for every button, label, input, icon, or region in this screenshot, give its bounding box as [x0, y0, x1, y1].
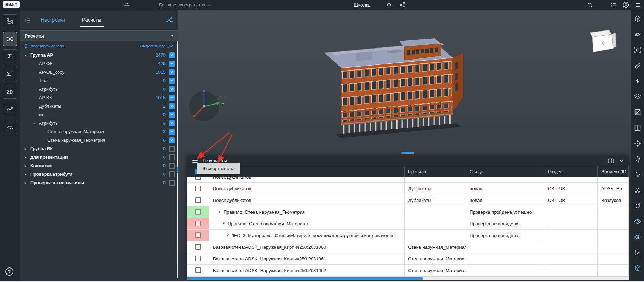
panel-resize-handle[interactable]: [401, 152, 414, 154]
tree-item[interactable]: вк0: [20, 111, 178, 119]
tree-item-checkbox[interactable]: [169, 103, 175, 109]
tree-item-checkbox[interactable]: [169, 171, 175, 177]
tree-item-checkbox[interactable]: [169, 61, 175, 67]
columns-icon[interactable]: [608, 158, 614, 163]
results-menu-icon[interactable]: [192, 158, 198, 164]
clash-lightning-icon[interactable]: [634, 77, 641, 85]
sum-add-tool-icon[interactable]: Σ+: [3, 67, 17, 81]
isolate-icon[interactable]: [634, 249, 641, 256]
magnet-icon[interactable]: [634, 202, 641, 209]
section-cut-icon[interactable]: [634, 186, 641, 194]
column-element[interactable]: Элемент (ID: [598, 166, 629, 177]
user-avatar-icon[interactable]: [621, 0, 631, 10]
caret-icon[interactable]: ▸: [25, 181, 30, 185]
rules-shuffle-tool-icon[interactable]: [3, 32, 17, 46]
caret-icon[interactable]: ▸: [25, 147, 30, 151]
tree-item-checkbox[interactable]: [169, 146, 175, 152]
row-checkbox[interactable]: [195, 267, 201, 273]
main-menu-icon[interactable]: [633, 0, 643, 10]
row-checkbox[interactable]: [195, 244, 201, 250]
panel-scrollbar[interactable]: [177, 41, 178, 278]
row-checkbox[interactable]: [195, 209, 201, 215]
table-row[interactable]: Базовая стена:ADSK_Наружная_Кирпич250:20…: [187, 253, 629, 265]
caret-icon[interactable]: ▸: [25, 164, 30, 168]
tab-settings[interactable]: Настройки: [41, 17, 65, 23]
space-selector[interactable]: Базовое пространство ▾: [159, 0, 210, 10]
table-row[interactable]: Поиск дубликатов Дубликаты новая ОВ - ОВ…: [187, 183, 629, 194]
search-icon[interactable]: [585, 0, 595, 10]
caret-icon[interactable]: ▾: [25, 53, 30, 57]
tree-item-checkbox[interactable]: [169, 69, 175, 75]
caret-icon[interactable]: ▾: [33, 122, 39, 125]
default-view-cube-icon[interactable]: [634, 15, 641, 22]
model-tree-tool-icon[interactable]: [3, 14, 17, 28]
sum-tool-icon[interactable]: Σ: [3, 49, 17, 63]
column-rule[interactable]: Правило: [405, 166, 466, 177]
share-icon[interactable]: [398, 0, 407, 10]
table-row[interactable]: Поиск дубликатов Дубликаты новая ОВ - ОВ…: [187, 194, 629, 206]
2d-view-tool-icon[interactable]: 2D: [3, 85, 17, 99]
tree-item-checkbox[interactable]: [169, 180, 175, 186]
layers-icon[interactable]: [634, 93, 641, 100]
table-row[interactable]: ▼'IFC_3_Материалы_Стены/Материал несущих…: [187, 230, 629, 241]
tree-item[interactable]: Стена наружная_Геометрия6: [20, 136, 178, 145]
row-caret-icon[interactable]: ▲: [218, 210, 221, 214]
tree-item-checkbox[interactable]: [169, 78, 175, 84]
tree-item[interactable]: Тест0: [20, 77, 178, 85]
tree-item[interactable]: Атрибуты0: [20, 85, 178, 94]
fit-view-icon[interactable]: [634, 46, 641, 53]
row-caret-icon[interactable]: ▼: [222, 222, 225, 225]
scrollbar-thumb[interactable]: [187, 277, 423, 280]
tree-item[interactable]: ▾Группа АР2470: [20, 51, 178, 60]
tree-item[interactable]: ▸Группа ВК0: [20, 145, 178, 153]
expand-tree-link[interactable]: Развернуть дерево: [24, 44, 64, 49]
caret-icon[interactable]: ▸: [25, 173, 30, 176]
visibility-off-eye-icon[interactable]: [634, 233, 641, 241]
tree-item[interactable]: ▸Проверка атрибута0: [20, 170, 178, 179]
transparency-cube-icon[interactable]: [634, 264, 641, 272]
orbit-icon[interactable]: [634, 30, 641, 38]
horizontal-scrollbar[interactable]: [187, 276, 629, 280]
collapse-panel-chevron-icon[interactable]: [620, 159, 624, 162]
tree-item-checkbox[interactable]: [169, 86, 175, 92]
section-plane-icon[interactable]: [634, 108, 641, 116]
tree-item-checkbox[interactable]: [169, 154, 175, 160]
tree-item[interactable]: ▾Атрибуты9: [20, 119, 178, 128]
select-all-link[interactable]: Выделить всё: [140, 44, 173, 48]
task-list-icon[interactable]: [609, 0, 619, 10]
ruler-icon[interactable]: [634, 62, 641, 69]
table-row[interactable]: ▼Правило: Стена наружная_Материал Провер…: [187, 218, 629, 230]
tab-calculations[interactable]: Расчеты: [82, 17, 101, 23]
map-pin-icon[interactable]: [634, 155, 641, 163]
tree-item[interactable]: АР-ОВ_copy1015: [20, 68, 178, 77]
row-checkbox[interactable]: [195, 221, 201, 226]
tree-item-checkbox[interactable]: [169, 120, 175, 126]
table-row[interactable]: Базовая стена:ADSK_Наружная_Кирпич250:20…: [187, 241, 629, 253]
viewport-3d[interactable]: Y Справа: [178, 10, 631, 281]
table-row[interactable]: ▲Правило: Стена наружная_Геометрия Прове…: [187, 206, 629, 218]
tree-item-checkbox[interactable]: [169, 52, 175, 58]
table-row-partial[interactable]: Поиск дубликатов: [187, 177, 629, 183]
row-checkbox[interactable]: [195, 186, 201, 191]
tree-item[interactable]: АР-ОВ429: [20, 60, 178, 68]
row-caret-icon[interactable]: ▼: [226, 233, 230, 237]
tree-item-checkbox[interactable]: [169, 95, 175, 101]
row-checkbox[interactable]: [195, 197, 201, 203]
row-checkbox[interactable]: [195, 256, 201, 261]
chart-tool-icon[interactable]: [3, 102, 17, 116]
tree-item[interactable]: Дубликаты2: [20, 102, 178, 111]
calculations-section-header[interactable]: Расчеты ▾: [20, 30, 178, 41]
tree-item[interactable]: ▸для презентации0: [20, 153, 178, 162]
select-cursor-icon[interactable]: [634, 171, 641, 178]
app-logo[interactable]: BiMiT: [3, 1, 20, 8]
row-checkbox[interactable]: [195, 177, 201, 180]
collapse-panel-icon[interactable]: [25, 18, 30, 24]
tree-item-checkbox[interactable]: [169, 112, 175, 118]
visibility-eye-icon[interactable]: [634, 218, 641, 225]
workspace-briefcase-icon[interactable]: [122, 0, 132, 10]
row-checkbox[interactable]: [195, 232, 201, 238]
tree-item[interactable]: АР-ВК1015: [20, 94, 178, 102]
grid-view-icon[interactable]: [634, 124, 641, 131]
tree-item-checkbox[interactable]: [169, 129, 175, 135]
tree-item[interactable]: ▸Коллизии0: [20, 162, 178, 170]
